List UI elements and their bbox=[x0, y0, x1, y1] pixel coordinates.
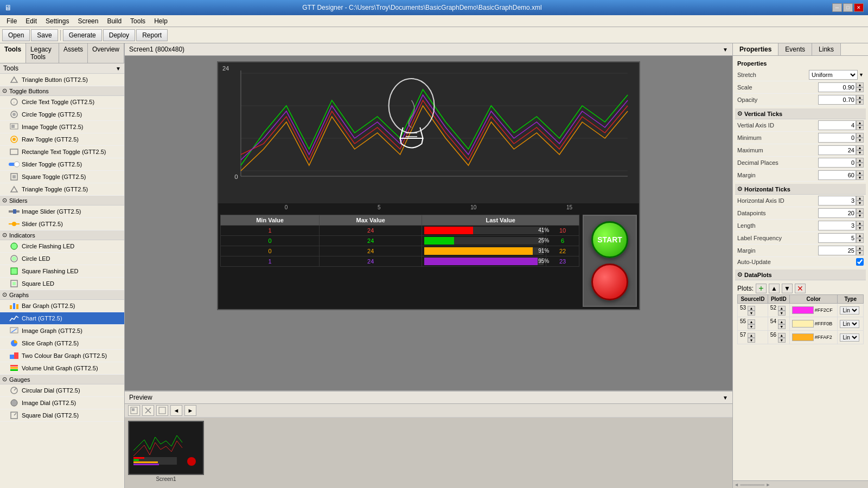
prop-margin-h-input[interactable] bbox=[818, 246, 856, 255]
preview-tool-2[interactable] bbox=[142, 405, 154, 416]
prop-stretch-select[interactable]: Uniform Fill None bbox=[809, 70, 858, 80]
prop-decimal-places-input[interactable] bbox=[818, 158, 856, 168]
prop-tab-events[interactable]: Events bbox=[778, 43, 812, 55]
haxid-up[interactable]: ▲ bbox=[856, 196, 864, 201]
prop-datapoints-input[interactable] bbox=[818, 208, 856, 218]
tab-overview[interactable]: Overview bbox=[88, 43, 124, 63]
color-swatch-3[interactable] bbox=[792, 333, 814, 341]
ps1-down[interactable]: ▼ bbox=[748, 311, 755, 316]
prop-horizontal-axis-id-input[interactable] bbox=[818, 196, 856, 206]
section-dataplots[interactable]: ⊙ DataPlots bbox=[735, 269, 866, 280]
prop-tab-links[interactable]: Links bbox=[812, 43, 841, 55]
plot-color-1[interactable]: #FF2CF bbox=[789, 304, 838, 317]
tool-triangle-button[interactable]: Triangle Button (GTT2.5) bbox=[0, 74, 124, 86]
prop-length-input[interactable] bbox=[818, 221, 856, 230]
menu-help[interactable]: Help bbox=[150, 16, 172, 26]
plot-up-button[interactable]: ▲ bbox=[769, 284, 780, 293]
pi2-up[interactable]: ▲ bbox=[778, 319, 786, 324]
preview-nav-left[interactable]: ◄ bbox=[170, 405, 182, 416]
vaxid-up[interactable]: ▲ bbox=[856, 120, 864, 125]
tool-slider[interactable]: Slider (GTT2.5) bbox=[0, 218, 124, 230]
minimize-button[interactable]: ─ bbox=[832, 3, 842, 12]
tool-triangle-toggle[interactable]: Triangle Toggle (GTT2.5) bbox=[0, 183, 124, 196]
ps2-down[interactable]: ▼ bbox=[748, 324, 755, 329]
tool-circle-toggle[interactable]: Circle Toggle (GTT2.5) bbox=[0, 108, 124, 121]
pi2-down[interactable]: ▼ bbox=[778, 324, 786, 329]
screen-selector-arrow[interactable]: ▼ bbox=[723, 47, 728, 53]
prop-minimum-input[interactable] bbox=[818, 133, 856, 143]
deploy-button[interactable]: Deploy bbox=[103, 29, 135, 41]
plot-down-button[interactable]: ▼ bbox=[782, 284, 793, 293]
prop-opacity-input[interactable] bbox=[818, 95, 856, 105]
labfreq-down[interactable]: ▼ bbox=[856, 238, 864, 243]
prop-tab-properties[interactable]: Properties bbox=[733, 43, 778, 55]
tool-square-dial[interactable]: Square Dial (GTT2.5) bbox=[0, 409, 124, 422]
pi1-up[interactable]: ▲ bbox=[778, 306, 786, 311]
plot-type-3-select[interactable]: Line bbox=[840, 333, 859, 342]
close-button[interactable]: ✕ bbox=[854, 3, 864, 12]
plot-type-2-select[interactable]: Line bbox=[840, 320, 859, 328]
datapts-up[interactable]: ▲ bbox=[856, 208, 864, 213]
ps1-up[interactable]: ▲ bbox=[748, 306, 755, 311]
preview-nav-right[interactable]: ► bbox=[184, 405, 196, 416]
tool-square-led[interactable]: Square LED bbox=[0, 278, 124, 290]
tool-circle-led[interactable]: Circle LED bbox=[0, 253, 124, 265]
prop-maximum-input[interactable] bbox=[818, 145, 856, 155]
min-up[interactable]: ▲ bbox=[856, 133, 864, 138]
tab-legacy-tools[interactable]: Legacy Tools bbox=[26, 43, 59, 63]
plot-add-button[interactable]: + bbox=[756, 284, 767, 293]
tool-image-toggle[interactable]: Image Toggle (GTT2.5) bbox=[0, 121, 124, 133]
tool-square-toggle[interactable]: Square Toggle (GTT2.5) bbox=[0, 171, 124, 183]
opacity-down[interactable]: ▼ bbox=[856, 100, 864, 105]
menu-settings[interactable]: Settings bbox=[41, 16, 73, 26]
tool-rect-text-toggle[interactable]: Rectangle Text Toggle (GTT2.5) bbox=[0, 146, 124, 158]
menu-tools[interactable]: Tools bbox=[126, 16, 150, 26]
marginh-up[interactable]: ▲ bbox=[856, 246, 864, 251]
preview-tool-3[interactable] bbox=[156, 405, 168, 416]
tool-chart[interactable]: Chart (GTT2.5) bbox=[0, 312, 124, 325]
menu-file[interactable]: File bbox=[2, 16, 21, 26]
tool-volume-unit[interactable]: Volume Unit Graph (GTT2.5) bbox=[0, 362, 124, 375]
preview-tool-1[interactable] bbox=[128, 405, 140, 416]
tool-image-slider[interactable]: Image Slider (GTT2.5) bbox=[0, 206, 124, 218]
ps3-up[interactable]: ▲ bbox=[748, 333, 755, 338]
min-down[interactable]: ▼ bbox=[856, 138, 864, 143]
tools-dropdown-arrow[interactable]: ▼ bbox=[116, 66, 121, 72]
section-toggle-buttons[interactable]: ⊙ Toggle Buttons bbox=[0, 86, 124, 96]
stop-button[interactable] bbox=[591, 264, 628, 300]
opacity-up[interactable]: ▲ bbox=[856, 95, 864, 100]
tool-square-flashing-led[interactable]: Square Flashing LED bbox=[0, 265, 124, 278]
ps2-up[interactable]: ▲ bbox=[748, 319, 755, 324]
menu-screen[interactable]: Screen bbox=[73, 16, 103, 26]
tab-assets[interactable]: Assets bbox=[59, 43, 88, 63]
max-up[interactable]: ▲ bbox=[856, 145, 864, 150]
dec-up[interactable]: ▲ bbox=[856, 158, 864, 163]
labfreq-up[interactable]: ▲ bbox=[856, 233, 864, 238]
section-vertical-ticks[interactable]: ⊙ Vertical Ticks bbox=[735, 108, 866, 119]
scale-up[interactable]: ▲ bbox=[856, 82, 864, 87]
tool-bar-graph[interactable]: Bar Graph (GTT2.5) bbox=[0, 300, 124, 312]
datapts-down[interactable]: ▼ bbox=[856, 213, 864, 218]
open-button[interactable]: Open bbox=[2, 29, 30, 41]
canvas-area[interactable]: 24 0 bbox=[125, 56, 732, 390]
prop-margin-v-input[interactable] bbox=[818, 170, 856, 180]
save-button[interactable]: Save bbox=[31, 29, 58, 41]
section-graphs[interactable]: ⊙ Graphs bbox=[0, 290, 124, 300]
tool-two-colour-bar[interactable]: Two Colour Bar Graph (GTT2.5) bbox=[0, 350, 124, 362]
tab-tools[interactable]: Tools bbox=[0, 43, 26, 63]
pi3-up[interactable]: ▲ bbox=[778, 333, 786, 338]
tool-raw-toggle[interactable]: Raw Toggle (GTT2.5) bbox=[0, 133, 124, 146]
plot-type-1-select[interactable]: Line bbox=[840, 306, 859, 314]
vaxid-down[interactable]: ▼ bbox=[856, 125, 864, 130]
max-down[interactable]: ▼ bbox=[856, 150, 864, 155]
tool-slider-toggle[interactable]: Slider Toggle (GTT2.5) bbox=[0, 158, 124, 171]
pi1-down[interactable]: ▼ bbox=[778, 311, 786, 316]
section-indicators[interactable]: ⊙ Indicators bbox=[0, 230, 124, 240]
prop-scale-input[interactable] bbox=[818, 82, 856, 92]
preview-arrow[interactable]: ▼ bbox=[723, 395, 728, 401]
tool-circle-text-toggle[interactable]: i Circle Text Toggle (GTT2.5) bbox=[0, 96, 124, 108]
preview-item[interactable]: Screen1 bbox=[128, 421, 204, 485]
tool-image-graph[interactable]: Image Graph (GTT2.5) bbox=[0, 325, 124, 337]
section-gauges[interactable]: ⊙ Gauges bbox=[0, 375, 124, 384]
tool-slice-graph[interactable]: Slice Graph (GTT2.5) bbox=[0, 337, 124, 350]
